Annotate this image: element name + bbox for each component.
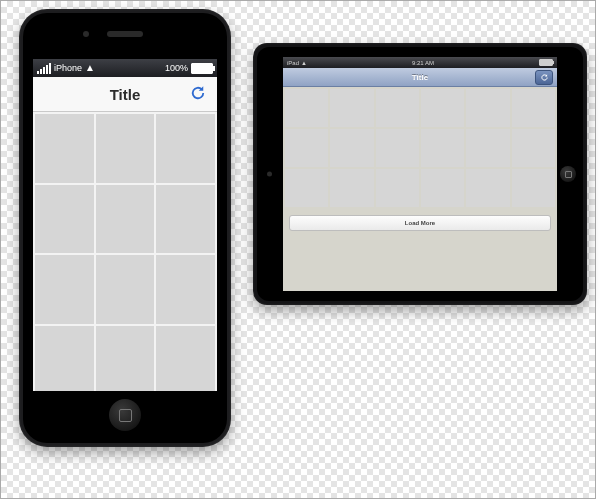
- battery-percent-label: 100%: [165, 63, 188, 73]
- iphone-thumbnail-grid[interactable]: [33, 112, 217, 391]
- ipad-front-camera: [267, 172, 272, 177]
- grid-cell[interactable]: [421, 169, 464, 207]
- carrier-label: iPad: [287, 60, 299, 66]
- status-time: 9:21 AM: [412, 60, 434, 66]
- iphone-screen: iPhone ▲ 100% Title: [33, 59, 217, 391]
- grid-cell[interactable]: [466, 89, 509, 127]
- ipad-home-button[interactable]: [560, 166, 576, 182]
- grid-cell[interactable]: [376, 89, 419, 127]
- grid-cell[interactable]: [96, 255, 155, 324]
- grid-cell[interactable]: [330, 89, 373, 127]
- iphone-home-button[interactable]: [109, 399, 141, 431]
- grid-cell[interactable]: [421, 129, 464, 167]
- grid-cell[interactable]: [285, 169, 328, 207]
- grid-cell[interactable]: [35, 326, 94, 392]
- grid-cell[interactable]: [466, 129, 509, 167]
- ipad-bezel: iPad ▲ 9:21 AM Title: [257, 47, 583, 301]
- ipad-thumbnail-grid[interactable]: [283, 87, 557, 209]
- grid-cell[interactable]: [512, 89, 555, 127]
- signal-bars-icon: [37, 63, 51, 74]
- canvas: iPhone ▲ 100% Title: [0, 0, 596, 499]
- iphone-status-bar: iPhone ▲ 100%: [33, 59, 217, 77]
- ipad-content-area: Load More: [283, 87, 557, 291]
- grid-cell[interactable]: [96, 326, 155, 392]
- iphone-earpiece: [107, 31, 143, 37]
- refresh-icon: [540, 73, 549, 82]
- grid-cell[interactable]: [421, 89, 464, 127]
- page-title: Title: [412, 73, 428, 82]
- grid-cell[interactable]: [35, 255, 94, 324]
- refresh-button[interactable]: [535, 70, 553, 85]
- grid-cell[interactable]: [512, 129, 555, 167]
- iphone-nav-bar: Title: [33, 77, 217, 112]
- ipad-screen: iPad ▲ 9:21 AM Title: [283, 57, 557, 291]
- ipad-status-bar: iPad ▲ 9:21 AM: [283, 57, 557, 68]
- ipad-device-frame: iPad ▲ 9:21 AM Title: [253, 43, 587, 305]
- carrier-label: iPhone: [54, 63, 82, 73]
- wifi-icon: ▲: [85, 63, 95, 73]
- page-title: Title: [110, 86, 141, 103]
- grid-cell[interactable]: [330, 169, 373, 207]
- iphone-front-camera: [83, 31, 89, 37]
- refresh-icon: [189, 84, 207, 102]
- grid-cell[interactable]: [466, 169, 509, 207]
- grid-cell[interactable]: [156, 114, 215, 183]
- grid-cell[interactable]: [96, 185, 155, 254]
- refresh-button[interactable]: [189, 84, 209, 104]
- grid-cell[interactable]: [285, 89, 328, 127]
- grid-cell[interactable]: [156, 185, 215, 254]
- grid-cell[interactable]: [512, 169, 555, 207]
- grid-cell[interactable]: [35, 114, 94, 183]
- ipad-nav-bar: Title: [283, 68, 557, 87]
- grid-cell[interactable]: [156, 255, 215, 324]
- load-more-label: Load More: [405, 220, 435, 226]
- iphone-device-frame: iPhone ▲ 100% Title: [19, 9, 231, 447]
- grid-cell[interactable]: [96, 114, 155, 183]
- grid-cell[interactable]: [285, 129, 328, 167]
- grid-cell[interactable]: [376, 169, 419, 207]
- wifi-icon: ▲: [301, 60, 307, 66]
- grid-cell[interactable]: [35, 185, 94, 254]
- grid-cell[interactable]: [376, 129, 419, 167]
- grid-cell[interactable]: [330, 129, 373, 167]
- battery-icon: [191, 63, 213, 74]
- grid-cell[interactable]: [156, 326, 215, 392]
- load-more-button[interactable]: Load More: [289, 215, 551, 231]
- iphone-bezel: iPhone ▲ 100% Title: [23, 13, 227, 443]
- battery-icon: [539, 59, 553, 66]
